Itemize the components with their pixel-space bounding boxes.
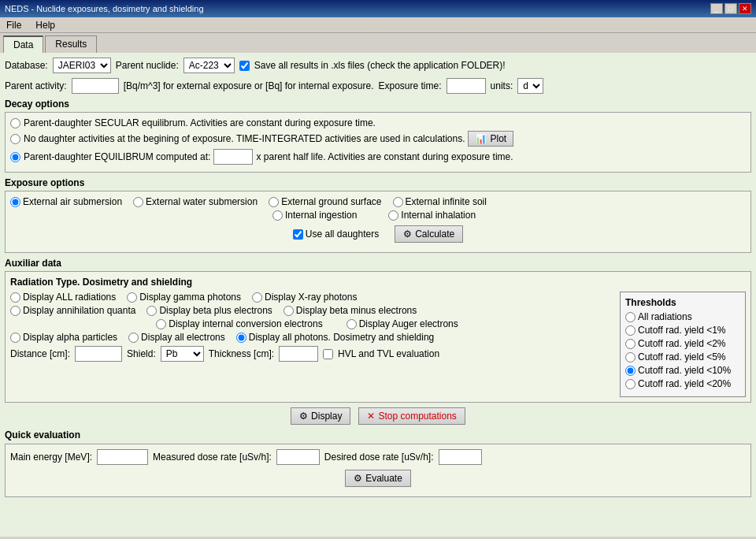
menu-help[interactable]: Help	[32, 19, 58, 32]
measured-dose-input[interactable]: 2.2	[276, 449, 320, 465]
maximize-button[interactable]: □	[724, 3, 737, 14]
display-gamma-label: Display gamma photons	[139, 292, 241, 303]
display-xray-radio[interactable]	[252, 292, 262, 303]
display-conversion-radio[interactable]	[156, 319, 166, 329]
calculate-row: Use all daughters ⚙ Calculate	[10, 225, 746, 243]
display-row2: Display annihilation quanta Display beta…	[10, 305, 612, 316]
threshold-t10-radio[interactable]	[625, 366, 636, 376]
main-energy-label: Main energy [MeV]:	[10, 452, 92, 463]
action-buttons-row: ⚙ Display ✕ Stop computations	[5, 407, 751, 425]
display-allrad-radio[interactable]	[10, 292, 20, 303]
exposure-ground-label: External ground surface	[281, 196, 381, 207]
shield-select[interactable]: Pb Fe Al Water Concrete	[161, 346, 204, 362]
tab-bar: Data Results	[0, 33, 756, 53]
display-row3: Display internal conversion electrons Di…	[10, 318, 612, 329]
use-all-daughters-label: Use all daughters	[306, 229, 379, 240]
decay-nodaughter-radio[interactable]	[10, 134, 20, 144]
thickness-input[interactable]: 0.3	[279, 346, 318, 362]
threshold-t5-radio[interactable]	[625, 352, 636, 362]
display-betaminus-label: Display beta minus electrons	[296, 305, 417, 316]
exposure-inhalation-radio[interactable]	[388, 210, 398, 221]
parent-nuclide-select[interactable]: Ac-223	[183, 58, 235, 73]
save-checkbox[interactable]	[239, 61, 250, 71]
thickness-label: Thickness [cm]:	[209, 348, 274, 359]
close-button[interactable]: ✕	[739, 3, 751, 14]
main-energy-input[interactable]: 0.125	[97, 449, 148, 465]
hvltvl-label: HVL and TVL evaluation	[338, 348, 439, 359]
desired-dose-input[interactable]: 0.2	[439, 449, 482, 465]
display-gamma-radio[interactable]	[127, 292, 137, 303]
title-bar: NEDS - Nuclide exposures, dosimetry and …	[0, 0, 756, 17]
exposure-air-radio[interactable]	[10, 197, 20, 207]
desired-dose-label: Desired dose rate [uSv/h]:	[324, 452, 434, 463]
threshold-allrad-label: All radiations	[638, 311, 692, 322]
parent-activity-input[interactable]: 400	[72, 78, 119, 94]
exposure-time-input[interactable]: 180	[447, 78, 486, 94]
display-row4: Display alpha particles Display all elec…	[10, 332, 612, 343]
threshold-t20-label: Cutoff rad. yield <20%	[638, 378, 731, 389]
display-allphotons-label: Display all photons. Dosimetry and shiel…	[249, 332, 434, 343]
equilibrium-suffix-label: x parent half life. Activities are const…	[256, 151, 513, 162]
decay-secular-radio[interactable]	[10, 118, 20, 128]
stop-computations-button[interactable]: ✕ Stop computations	[358, 407, 465, 425]
distance-label: Distance [cm]:	[10, 348, 70, 359]
tab-results[interactable]: Results	[45, 35, 97, 53]
database-label: Database:	[5, 60, 48, 71]
display-button[interactable]: ⚙ Display	[291, 407, 350, 425]
main-content: Database: JAERI03 Parent nuclide: Ac-223…	[0, 53, 756, 537]
display-allphotons-radio[interactable]	[236, 333, 246, 343]
exposure-ground-radio[interactable]	[269, 197, 279, 207]
exposure-options-header: Exposure options	[5, 177, 751, 188]
exposure-air-label: External air submersion	[23, 196, 122, 207]
display-alpha-radio[interactable]	[10, 333, 20, 343]
plot-icon: 📊	[475, 133, 487, 144]
activity-row: Parent activity: 400 [Bq/m^3] for extern…	[5, 78, 751, 94]
hvltvl-checkbox[interactable]	[323, 349, 333, 359]
display-annihilation-radio[interactable]	[10, 306, 20, 316]
display-allelectrons-radio[interactable]	[128, 333, 139, 343]
thresholds-box: Thresholds All radiations Cutoff rad. yi…	[620, 292, 746, 397]
threshold-t2-label: Cutoff rad. yield <2%	[638, 338, 726, 349]
title-buttons: _ □ ✕	[710, 3, 751, 14]
equilibrium-value-input[interactable]: 10	[213, 149, 253, 165]
threshold-allrad-radio[interactable]	[625, 312, 636, 322]
evaluate-gear-icon: ⚙	[354, 473, 362, 484]
threshold-t1-radio[interactable]	[625, 325, 636, 336]
minimize-button[interactable]: _	[710, 3, 723, 14]
decay-nodaughter-row: No daughter activities at the begining o…	[10, 131, 746, 147]
threshold-t1-label: Cutoff rad. yield <1%	[638, 325, 726, 336]
plot-button[interactable]: 📊 Plot	[468, 131, 513, 147]
units-select[interactable]: d h y	[517, 78, 543, 94]
display-annihilation-label: Display annihilation quanta	[23, 305, 135, 316]
threshold-t10-label: Cutoff rad. yield <10%	[638, 365, 731, 376]
threshold-t2-radio[interactable]	[625, 339, 636, 349]
radiation-content: Display ALL radiations Display gamma pho…	[10, 292, 746, 397]
exposure-soil-radio[interactable]	[393, 197, 403, 207]
exposure-water-radio[interactable]	[133, 197, 143, 207]
display-betaminus-radio[interactable]	[284, 306, 294, 316]
evaluate-button[interactable]: ⚙ Evaluate	[345, 470, 411, 487]
use-all-daughters-checkbox[interactable]	[293, 229, 303, 240]
decay-secular-row: Parent-daughter SECULAR equilibrum. Acti…	[10, 117, 746, 128]
database-select[interactable]: JAERI03	[53, 58, 111, 73]
exposure-row1: External air submersion External water s…	[10, 196, 746, 207]
menu-file[interactable]: File	[3, 19, 24, 32]
decay-options-header: Decay options	[5, 99, 751, 110]
distance-input[interactable]: 100.0	[75, 346, 122, 362]
tab-data[interactable]: Data	[3, 35, 43, 53]
exposure-ingestion-radio[interactable]	[272, 210, 283, 221]
display-conversion-label: Display internal conversion electrons	[169, 318, 322, 329]
display-auger-label: Display Auger electrons	[359, 318, 458, 329]
activity-unit-label: [Bq/m^3] for external exposure or [Bq] f…	[124, 80, 374, 91]
calculate-button[interactable]: ⚙ Calculate	[395, 225, 463, 243]
decay-options-box: Parent-daughter SECULAR equilibrum. Acti…	[5, 112, 751, 173]
evaluate-row: ⚙ Evaluate	[10, 470, 746, 487]
thresholds-title: Thresholds	[625, 297, 740, 308]
parent-activity-label: Parent activity:	[5, 80, 67, 91]
threshold-t20-radio[interactable]	[625, 379, 636, 389]
decay-equilibrium-radio[interactable]	[10, 152, 20, 162]
display-auger-radio[interactable]	[346, 319, 357, 329]
exposure-options-box: External air submersion External water s…	[5, 191, 751, 253]
display-allelectrons-label: Display all electrons	[141, 332, 225, 343]
display-betaplus-radio[interactable]	[146, 306, 157, 316]
